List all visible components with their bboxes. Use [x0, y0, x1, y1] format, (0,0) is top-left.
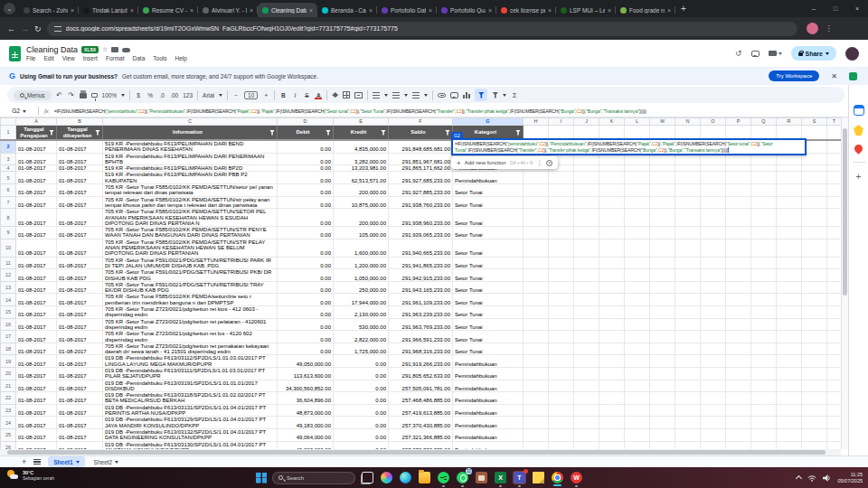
empty-cell[interactable] [701, 441, 726, 449]
vertical-scrollbar-thumb[interactable] [843, 128, 847, 296]
empty-cell[interactable] [675, 209, 701, 227]
empty-cell[interactable] [675, 281, 701, 294]
cell[interactable]: 257,272,338,885.00 [389, 441, 453, 449]
print-icon[interactable] [80, 93, 87, 99]
empty-cell[interactable] [777, 227, 802, 239]
text-color-button[interactable]: A [315, 92, 322, 99]
empty-cell[interactable] [827, 441, 842, 449]
format-percent-button[interactable]: % [146, 92, 154, 99]
tray-expand-icon[interactable] [796, 475, 802, 482]
cell[interactable]: Setor Tunai [453, 281, 524, 294]
cell[interactable]: 0.00 [278, 227, 334, 239]
empty-cell[interactable] [777, 172, 802, 184]
cell[interactable]: 519 KR -Pemindahbuku F613/PELIMPAHAN DAR… [103, 140, 278, 153]
empty-cell[interactable] [726, 392, 751, 405]
empty-cell[interactable] [549, 380, 574, 392]
cell[interactable]: 49,028,000.00 [278, 441, 334, 449]
cell[interactable]: 01-08-2017 [16, 392, 57, 405]
empty-cell[interactable] [650, 172, 675, 184]
cell[interactable]: 705 KR -Setor Tunai F585/0102/KK PEMDA/S… [103, 239, 278, 257]
empty-cell[interactable] [701, 281, 726, 294]
tab-close-icon[interactable]: × [548, 7, 552, 14]
cell[interactable]: 01-08-2017 [16, 196, 57, 209]
empty-cell[interactable] [599, 281, 625, 294]
tab-close-icon[interactable]: × [369, 7, 373, 14]
horizontal-scrollbar-thumb[interactable] [7, 450, 826, 455]
cell[interactable]: 01-08-2017 [16, 441, 57, 449]
tab-close-icon[interactable]: × [250, 7, 253, 14]
empty-cell[interactable] [599, 392, 625, 405]
empty-cell[interactable] [827, 227, 842, 239]
empty-cell[interactable] [802, 184, 827, 197]
cell[interactable]: Setor Tunai [453, 257, 524, 269]
cell[interactable]: 019 DB -Pemindahbuku F613/03112/SP2D/LS/… [103, 355, 278, 368]
empty-cell[interactable] [751, 257, 777, 269]
empty-cell[interactable] [625, 306, 650, 319]
cell-editor[interactable]: =IF(ISNUMBER(SEARCH("pemindahbuku",C2)),… [451, 138, 807, 155]
cell[interactable]: 01-08-2017 [57, 140, 103, 153]
empty-cell[interactable] [524, 239, 549, 257]
empty-cell[interactable] [701, 306, 726, 319]
banner-close-icon[interactable]: ✕ [831, 72, 837, 80]
taskbar-search[interactable]: Search [272, 472, 355, 484]
menu-file[interactable]: File [26, 55, 35, 61]
empty-cell[interactable] [625, 281, 650, 294]
empty-cell[interactable] [751, 355, 777, 368]
cell[interactable]: Pemindahbukuan [453, 355, 524, 368]
empty-cell[interactable] [827, 184, 842, 197]
cell[interactable]: Pemindahbukuan [453, 428, 524, 441]
cell[interactable]: 01-08-2017 [16, 306, 57, 319]
cell[interactable]: 019 DB -Pemindahbuku F613/03131/SP2D/LS/… [103, 404, 278, 417]
row-header-1[interactable]: 1 [1, 126, 16, 141]
empty-cell[interactable] [751, 331, 777, 343]
row-header-4[interactable]: 4 [1, 165, 16, 172]
site-info-icon[interactable] [54, 26, 61, 32]
sheets-panel-icon[interactable] [849, 72, 857, 80]
weather-widget[interactable]: 30°C Sebagian cerah [7, 469, 54, 481]
empty-cell[interactable] [675, 196, 701, 209]
cell[interactable]: 01-08-2017 [16, 153, 57, 165]
cell[interactable]: 01-08-2017 [57, 257, 103, 269]
row-header-3[interactable]: 3 [1, 153, 16, 165]
menu-tools[interactable]: Tools [153, 55, 166, 61]
cell[interactable]: 291,943,165,233.00 [389, 281, 453, 294]
empty-cell[interactable] [549, 428, 574, 441]
forward-icon[interactable]: → [21, 24, 29, 33]
cell[interactable]: 257,321,366,885.00 [389, 428, 453, 441]
empty-cell[interactable] [650, 165, 675, 172]
empty-cell[interactable] [675, 331, 701, 343]
column-header-I[interactable]: I [549, 118, 574, 126]
empty-cell[interactable] [751, 428, 777, 441]
vertical-align-icon[interactable] [392, 92, 400, 99]
empty-cell[interactable] [549, 172, 574, 184]
empty-cell[interactable] [549, 269, 574, 282]
column-header-N[interactable]: N [675, 118, 701, 126]
cell[interactable]: 01-08-2017 [57, 367, 103, 380]
row-header-15[interactable]: 15 [1, 306, 16, 319]
cell[interactable]: 0.00 [278, 257, 334, 269]
bold-button[interactable]: B [279, 92, 287, 99]
font-size-input[interactable]: 10 [244, 91, 258, 99]
column-header-T[interactable]: T [827, 118, 842, 126]
cell[interactable]: 0.00 [278, 239, 334, 257]
column-header-S[interactable]: S [802, 118, 827, 126]
maps-icon[interactable] [853, 143, 864, 155]
empty-cell[interactable] [777, 428, 802, 441]
font-select[interactable]: Arial [203, 92, 214, 99]
decrease-decimal-button[interactable]: .0 [158, 92, 165, 99]
cell[interactable]: 0.00 [278, 140, 334, 153]
empty-cell[interactable] [726, 196, 751, 209]
empty-cell[interactable] [777, 367, 802, 380]
try-workspace-button[interactable]: Try Workspace [769, 70, 819, 81]
empty-cell[interactable] [675, 404, 701, 417]
window-control[interactable]: □ [825, 0, 846, 17]
empty-cell[interactable] [675, 380, 701, 392]
empty-cell[interactable] [625, 165, 650, 172]
empty-cell[interactable] [574, 441, 599, 449]
empty-cell[interactable] [625, 367, 650, 380]
empty-cell[interactable] [802, 380, 827, 392]
tab-close-icon[interactable]: × [130, 7, 134, 14]
empty-cell[interactable] [827, 355, 842, 368]
empty-cell[interactable] [777, 209, 802, 227]
cell[interactable]: 01-08-2017 [57, 404, 103, 417]
